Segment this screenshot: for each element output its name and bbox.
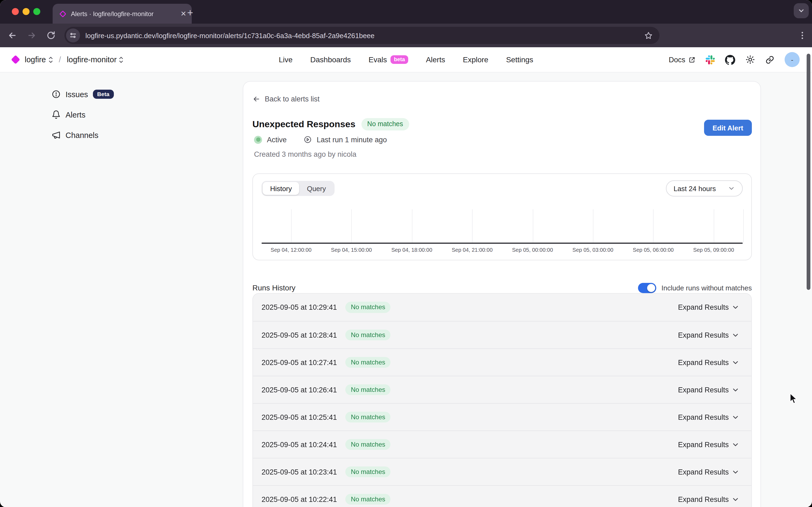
nav-item-settings[interactable]: Settings [506,55,533,64]
run-timestamp: 2025-09-05 at 10:23:41 [262,468,337,476]
site-settings-icon[interactable] [66,29,80,42]
run-row[interactable]: 2025-09-05 at 10:23:41 No matches Expand… [253,458,751,485]
share-link-icon[interactable] [765,55,774,64]
chart-tick-label: Sep 04, 18:00:00 [391,247,432,253]
project-switcher[interactable]: logfire-monitor [67,55,123,64]
tab-query[interactable]: Query [300,182,333,195]
edit-alert-button[interactable]: Edit Alert [704,120,752,136]
page-scrollbar[interactable] [806,54,810,290]
browser-tab[interactable]: Alerts · logfire/logfire-monitor ✕ [53,4,192,23]
run-no-matches-badge: No matches [345,384,391,395]
arrow-left-icon [253,95,261,103]
new-tab-button[interactable]: + [182,5,198,20]
run-timestamp: 2025-09-05 at 10:26:41 [262,386,337,394]
chevron-down-icon [732,468,740,476]
reload-icon[interactable] [46,31,56,40]
run-no-matches-badge: No matches [345,330,391,341]
window-minimize-button[interactable] [22,8,30,15]
expand-results-button[interactable]: Expand Results [675,385,743,394]
nav-item-evals[interactable]: Evalsbeta [369,55,409,64]
chevron-down-icon [732,358,740,367]
run-row[interactable]: 2025-09-05 at 10:22:41 No matches Expand… [253,485,751,507]
chart-gridline [743,209,744,243]
chevron-down-icon [732,440,740,449]
github-icon[interactable] [725,54,735,65]
tab-search-button[interactable] [794,3,809,18]
expand-results-button[interactable]: Expand Results [675,303,743,312]
run-row[interactable]: 2025-09-05 at 10:25:41 No matches Expand… [253,403,751,431]
chart-gridline [714,209,714,243]
runs-list: 2025-09-05 at 10:29:41 No matches Expand… [253,293,752,507]
chevron-down-icon [732,331,740,339]
chart-gridline [412,209,413,243]
url-text: logfire-us.pydantic.dev/logfire/logfire-… [86,32,644,40]
sidebar-item-alerts[interactable]: Alerts [52,110,86,119]
expand-results-button[interactable]: Expand Results [675,358,743,367]
nav-item-live[interactable]: Live [279,55,292,64]
alert-circle-icon [52,90,61,99]
run-row[interactable]: 2025-09-05 at 10:27:41 No matches Expand… [253,348,751,376]
expand-results-button[interactable]: Expand Results [675,440,743,449]
run-timestamp: 2025-09-05 at 10:29:41 [262,303,337,311]
address-bar[interactable]: logfire-us.pydantic.dev/logfire/logfire-… [64,27,659,44]
runs-heading: Runs History [253,283,295,292]
chevron-down-icon [728,185,735,192]
breadcrumb-separator: / [57,55,63,64]
tab-title: Alerts · logfire/logfire-monitor [71,10,176,17]
header-actions: Docs - [668,52,800,67]
alert-title: Unexpected Responses [253,119,356,130]
docs-link[interactable]: Docs [668,56,696,64]
chevron-down-icon [732,413,740,421]
logfire-favicon [59,10,67,17]
run-row[interactable]: 2025-09-05 at 10:28:41 No matches Expand… [253,321,751,348]
expand-results-button[interactable]: Expand Results [675,412,743,421]
run-row[interactable]: 2025-09-05 at 10:24:41 No matches Expand… [253,431,751,458]
bookmark-star-icon[interactable] [644,31,653,40]
expand-results-button[interactable]: Expand Results [675,495,743,504]
nav-item-alerts[interactable]: Alerts [426,55,445,64]
sidebar-item-channels[interactable]: Channels [52,130,99,139]
up-down-chevron-icon [119,56,123,63]
chart-gridline [472,209,473,243]
window-close-button[interactable] [12,8,19,15]
logfire-logo [11,55,20,64]
back-to-alerts-link[interactable]: Back to alerts list [253,95,320,103]
toggle-label: Include runs without matches [661,284,752,292]
chart-area: Sep 04, 12:00:00 Sep 04, 15:00:00 Sep 04… [262,209,743,256]
run-no-matches-badge: No matches [345,466,391,477]
theme-sun-icon[interactable] [745,55,755,64]
chevron-down-icon [732,495,740,503]
alert-match-badge: No matches [362,118,409,130]
nav-item-explore[interactable]: Explore [463,55,488,64]
run-row[interactable]: 2025-09-05 at 10:26:41 No matches Expand… [253,376,751,403]
time-range-select[interactable]: Last 24 hours [666,180,743,196]
run-row[interactable]: 2025-09-05 at 10:29:41 No matches Expand… [253,294,751,321]
user-avatar[interactable]: - [784,52,800,67]
tab-history[interactable]: History [263,182,300,195]
sidebar-item-label: Channels [65,131,99,139]
history-card: History Query Last 24 hours Sep 04, 12:0… [253,173,752,260]
chevron-down-icon [732,303,740,311]
org-switcher[interactable]: logfire [25,55,53,64]
expand-results-button[interactable]: Expand Results [675,330,743,340]
forward-icon[interactable] [27,31,37,40]
back-icon[interactable] [7,31,17,40]
expand-results-button[interactable]: Expand Results [675,467,743,476]
chart-gridline [593,209,593,243]
sidebar-item-issues[interactable]: Issues Beta [52,90,114,99]
nav-item-dashboards[interactable]: Dashboards [310,55,351,64]
include-runs-toggle[interactable] [638,283,656,293]
chart-x-axis [262,243,743,244]
screen: Alerts · logfire/logfire-monitor ✕ + log… [0,0,812,507]
play-circle-icon [304,135,312,144]
alert-title-row: Unexpected Responses No matches [253,118,409,130]
window-zoom-button[interactable] [33,8,40,15]
slack-icon[interactable] [706,55,715,64]
up-down-chevron-icon [48,56,53,63]
chart-tick-label: Sep 05, 00:00:00 [512,247,553,253]
browser-menu-icon[interactable] [798,31,807,40]
sidebar-item-label: Alerts [65,110,86,119]
history-query-tabs: History Query [262,181,335,196]
bell-icon [52,110,61,119]
chart-tick-label: Sep 04, 12:00:00 [271,247,312,253]
